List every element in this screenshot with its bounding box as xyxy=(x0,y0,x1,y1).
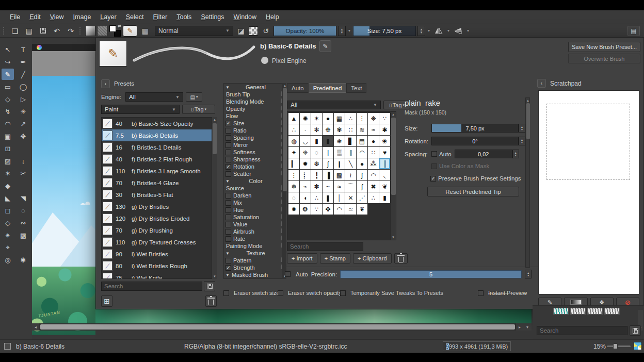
tool-ellipse-select[interactable]: ◌ xyxy=(17,205,29,216)
brush-tip-tile[interactable]: ✹ xyxy=(288,204,299,215)
brush-tip-tile[interactable]: ❈ xyxy=(300,147,311,158)
brush-tip-tile[interactable]: ◍ xyxy=(288,136,299,146)
brush-tip-tile[interactable]: ╲ xyxy=(345,158,356,169)
fg-bg-colors[interactable]: ⇄ xyxy=(109,25,121,37)
menu-item-image[interactable]: Image xyxy=(69,13,96,21)
preset-thumb[interactable] xyxy=(604,308,620,315)
option-row-saturation[interactable]: Saturation xyxy=(224,213,286,221)
canvas-viewport[interactable]: TJUNTAN xyxy=(32,44,95,335)
tool-transform[interactable]: ▣ xyxy=(2,130,14,142)
rename-preset-button[interactable]: ✎ xyxy=(319,40,331,52)
option-checkbox[interactable] xyxy=(226,200,231,206)
brush-tip-tile[interactable]: ✤ xyxy=(323,204,333,215)
new-document-icon[interactable]: ❏ xyxy=(9,25,21,37)
brush-tip-tile[interactable]: ❂ xyxy=(300,204,311,215)
option-row-ratio[interactable]: Ratio xyxy=(224,127,286,134)
menu-item-select[interactable]: Select xyxy=(121,13,149,21)
menu-item-edit[interactable]: Edit xyxy=(25,13,45,21)
menu-item-settings[interactable]: Settings xyxy=(196,13,229,21)
preset-row[interactable]: ⟋70f) Bristles-4 Glaze xyxy=(102,177,216,189)
option-row-pattern[interactable]: Pattern xyxy=(224,257,286,264)
option-checkbox[interactable] xyxy=(226,135,231,141)
engine-filter-select[interactable]: All▼ xyxy=(125,92,183,102)
brush-tip-tile[interactable]: ▐ xyxy=(323,170,333,180)
menu-item-tools[interactable]: Tools xyxy=(172,13,196,21)
delete-tip-button[interactable] xyxy=(394,253,408,264)
brush-tip-tile[interactable]: ▮ xyxy=(323,136,333,146)
brush-tip-tile[interactable]: ◠ xyxy=(368,170,379,180)
tool-bezier-select[interactable]: ⌖ xyxy=(2,242,14,253)
reload-preset-icon[interactable]: ↺ xyxy=(260,25,272,37)
brush-tip-tile[interactable]: ◠ xyxy=(357,147,367,158)
option-row-size[interactable]: ✓Size xyxy=(224,120,286,127)
preset-view-mode-button[interactable]: ▤▾ xyxy=(186,92,202,102)
brush-tip-tile[interactable]: ∴ xyxy=(288,124,299,135)
gradient-swatch[interactable] xyxy=(85,26,95,36)
menu-item-file[interactable]: File xyxy=(5,13,25,21)
tool-polygon[interactable]: ◇ xyxy=(2,93,14,105)
brush-tip-tile[interactable]: ✕ xyxy=(345,192,356,203)
eraser-mode-icon[interactable]: ◪ xyxy=(235,25,247,37)
option-row-brush-tip[interactable]: Brush Tip xyxy=(224,91,286,98)
brush-tip-tile[interactable]: ≋ xyxy=(357,124,367,135)
tool-polyline[interactable]: ▷ xyxy=(17,93,29,105)
brush-tip-tile[interactable]: ✹ xyxy=(300,158,311,169)
preset-thumb[interactable] xyxy=(553,308,569,315)
preset-row[interactable]: ⟋16f) Bristles-1 Details xyxy=(102,141,216,153)
tip-rotation-slider[interactable]: 0° xyxy=(431,137,519,145)
tag-button[interactable]: ▯Tag▾ xyxy=(182,105,215,114)
stamp-tip-button[interactable]: + Stamp xyxy=(320,253,350,264)
preset-row[interactable]: ⟋110f) Bristles-3 Large Smooth xyxy=(102,165,216,177)
toolbar-grip[interactable] xyxy=(3,27,6,35)
option-checkbox[interactable] xyxy=(226,215,231,220)
tool-freehand-brush[interactable]: ✎ xyxy=(2,69,14,80)
tab-auto[interactable]: Auto xyxy=(287,83,309,93)
tool-edit-shapes[interactable]: ↪ xyxy=(2,56,14,68)
brush-tip-tile[interactable]: ʃ xyxy=(323,158,333,169)
brush-tip-tile[interactable]: ~ xyxy=(323,181,333,192)
option-row-rotation[interactable]: ✓Rotation xyxy=(224,163,286,170)
docker-search-input[interactable] xyxy=(537,326,627,335)
brush-tip-tile[interactable]: ❀ xyxy=(379,136,390,146)
brush-tip-tile[interactable]: ❆ xyxy=(311,158,322,169)
option-checkbox[interactable] xyxy=(226,207,231,213)
opacity-slider[interactable]: Opacity: 100% xyxy=(273,26,336,36)
canvas-hscrollbar[interactable]: ◂ ▸ xyxy=(32,323,523,331)
option-section-texture[interactable]: ▼Texture xyxy=(224,250,286,257)
blending-mode-select[interactable]: Normal ▼ xyxy=(155,26,233,36)
preset-thumb[interactable] xyxy=(587,308,603,315)
import-tip-button[interactable]: + Import xyxy=(287,253,317,264)
option-checkbox[interactable] xyxy=(226,157,231,162)
option-row-mix[interactable]: Mix xyxy=(224,199,286,206)
option-row-strength[interactable]: ✓Strength xyxy=(224,264,286,271)
tool-measure[interactable]: ✂ xyxy=(17,168,29,179)
scroll-right-icon[interactable]: ▸ xyxy=(516,323,523,331)
footer-checkbox[interactable] xyxy=(223,290,229,296)
toolbar-grip[interactable] xyxy=(79,27,83,35)
size-detach-icon[interactable]: ▾ xyxy=(427,28,431,33)
brush-tip-tile[interactable]: ⋮ xyxy=(288,170,299,180)
tool-ellipse[interactable]: ◯ xyxy=(17,81,29,92)
opacity-spinner[interactable]: ▲▼ xyxy=(338,26,346,36)
brush-tip-tile[interactable]: ✻ xyxy=(311,124,322,135)
redo-icon[interactable]: ↷ xyxy=(65,25,77,37)
brush-tip-tile[interactable]: ≃ xyxy=(345,204,356,215)
reset-predefined-tip-button[interactable]: Reset Predefined Tip xyxy=(427,187,519,196)
option-row-spacing[interactable]: Spacing xyxy=(224,134,286,141)
mirror-vertical-icon[interactable] xyxy=(452,25,464,37)
tool-enclose-fill[interactable]: ◣ xyxy=(2,192,14,204)
save-icon[interactable] xyxy=(37,25,49,37)
menu-item-window[interactable]: Window xyxy=(229,13,261,21)
tool-zoom[interactable]: ◎ xyxy=(2,254,14,266)
option-row-source[interactable]: Source xyxy=(224,185,286,192)
option-checkbox[interactable] xyxy=(226,128,231,134)
brush-tip-tile[interactable]: ▦ xyxy=(334,113,345,124)
tip-rotation-spinner[interactable]: ▲▼ xyxy=(519,137,525,145)
option-section-masked-brush[interactable]: ▼Masked Brush xyxy=(224,271,286,278)
tool-color-sampler[interactable]: ↓ xyxy=(17,155,29,167)
brush-tip-tile[interactable]: ✶ xyxy=(311,113,322,124)
precision-spinner[interactable]: ▲▼ xyxy=(525,270,532,278)
mirror-vertical-options-icon[interactable]: ▾ xyxy=(466,28,470,33)
tip-size-spinner[interactable]: ▲▼ xyxy=(519,124,525,133)
save-new-preset-button[interactable]: Save New Brush Preset... xyxy=(568,42,640,52)
